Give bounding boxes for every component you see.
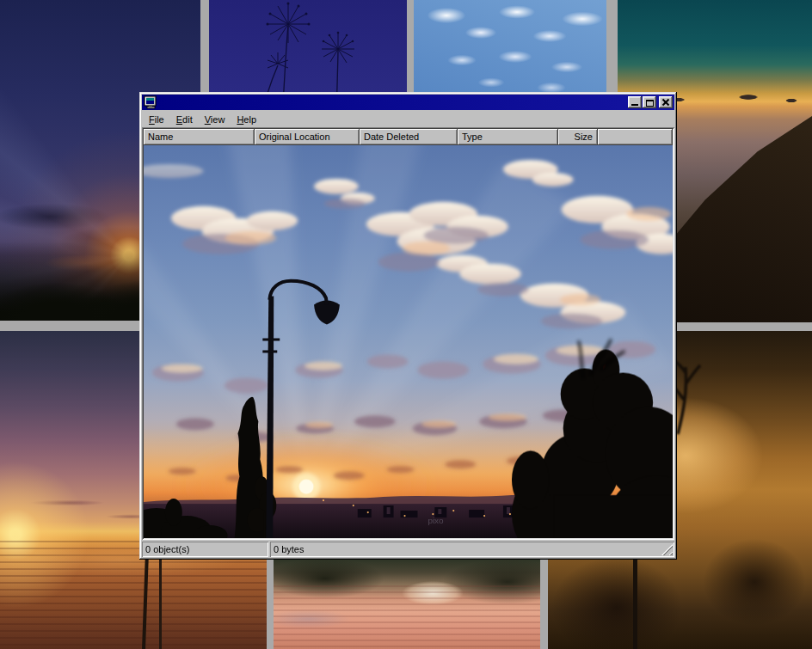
maximize-button[interactable] [643,96,656,108]
recycle-bin-window: File Edit View Help Name Original Locati… [139,92,677,560]
window-controls [627,96,673,108]
close-button[interactable] [659,96,673,108]
menu-bar: File Edit View Help [142,111,674,127]
ripple-texture [274,585,540,649]
status-byte-count: 0 bytes [270,542,674,557]
desktop: File Edit View Help Name Original Locati… [0,0,812,649]
column-header-date-deleted[interactable]: Date Deleted [360,129,458,145]
column-headers: Name Original Location Date Deleted Type… [144,129,673,145]
menu-view[interactable]: View [199,113,231,126]
list-view[interactable]: Name Original Location Date Deleted Type… [142,127,674,540]
column-header-type[interactable]: Type [458,129,558,145]
menu-help[interactable]: Help [231,113,262,126]
menu-edit[interactable]: Edit [170,113,199,126]
photo-content: pixo [144,145,673,538]
close-icon [661,98,669,106]
window-titlebar[interactable] [142,95,674,110]
photo-watermark: pixo [428,516,444,525]
minimize-button[interactable] [628,96,642,108]
menu-file[interactable]: File [143,113,170,126]
sunset-photo: pixo [144,145,673,538]
column-header-filler [598,129,673,145]
status-bar: 0 object(s) 0 bytes [142,542,674,557]
minimize-icon [631,104,638,106]
column-header-original-location[interactable]: Original Location [255,129,360,145]
status-object-count: 0 object(s) [142,542,268,557]
column-header-size[interactable]: Size [558,129,598,145]
computer-window-icon [144,95,157,109]
pole-silhouette [159,556,162,649]
column-header-name[interactable]: Name [144,129,255,145]
maximize-icon [646,100,654,107]
